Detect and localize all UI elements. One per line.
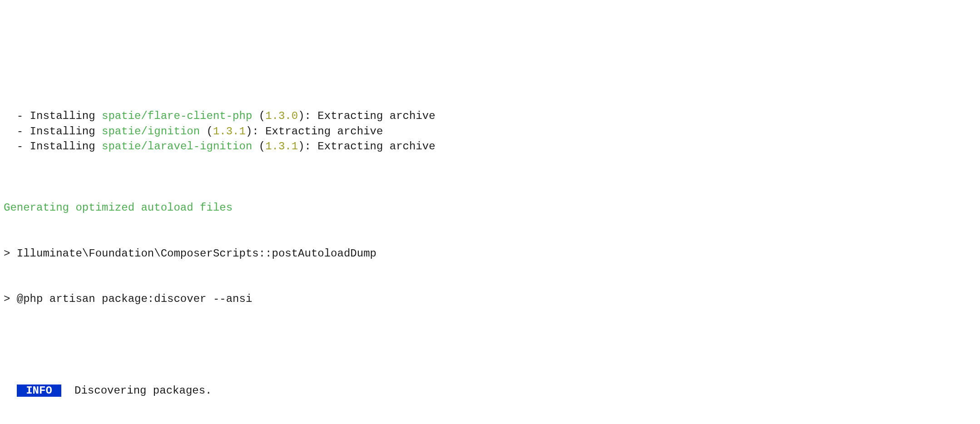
info-line: INFO Discovering packages. (4, 383, 976, 399)
paren-close: ): (298, 140, 317, 153)
install-line: - Installing spatie/flare-client-php (1.… (4, 108, 976, 124)
package-version: 1.3.0 (265, 110, 298, 122)
package-name: spatie/flare-client-php (102, 110, 252, 122)
composer-script-line: > @php artisan package:discover --ansi (4, 291, 976, 307)
paren-close: ): (298, 110, 317, 122)
info-text: Discovering packages. (61, 385, 212, 397)
install-line: - Installing spatie/laravel-ignition (1.… (4, 139, 976, 154)
package-name: spatie/laravel-ignition (102, 140, 252, 153)
install-action: Extracting archive (317, 110, 435, 122)
paren-open: ( (252, 110, 265, 122)
paren-close: ): (246, 125, 265, 138)
package-name: spatie/ignition (102, 125, 200, 138)
info-badge: INFO (17, 385, 61, 397)
composer-script-line: > Illuminate\Foundation\ComposerScripts:… (4, 246, 976, 261)
install-line: - Installing spatie/ignition (1.3.1): Ex… (4, 124, 976, 139)
paren-open: ( (252, 140, 265, 153)
install-prefix: - Installing (4, 140, 102, 153)
package-version: 1.3.1 (213, 125, 246, 138)
autoload-message: Generating optimized autoload files (4, 200, 976, 216)
install-action: Extracting archive (265, 125, 383, 138)
paren-open: ( (200, 125, 213, 138)
install-action: Extracting archive (317, 140, 435, 153)
terminal-output[interactable]: - Installing spatie/flare-client-php (1.… (0, 61, 980, 424)
install-prefix: - Installing (4, 110, 102, 122)
blank-line (4, 337, 976, 353)
package-version: 1.3.1 (265, 140, 298, 153)
install-prefix: - Installing (4, 125, 102, 138)
